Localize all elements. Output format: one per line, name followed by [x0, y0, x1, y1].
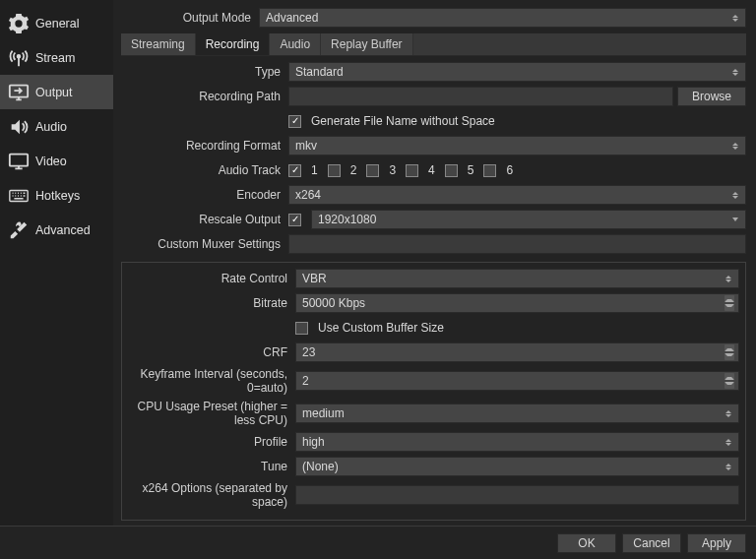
profile-select[interactable]: high: [295, 432, 739, 452]
gen-filename-checkbox[interactable]: [288, 115, 301, 128]
spinner-icon: [724, 294, 735, 312]
sidebar-item-advanced[interactable]: Advanced: [0, 213, 113, 247]
output-mode-select[interactable]: Advanced: [259, 8, 746, 28]
monitor-icon: [8, 151, 30, 172]
ok-button[interactable]: OK: [557, 533, 616, 553]
sidebar-item-stream[interactable]: Stream: [0, 40, 113, 75]
apply-button[interactable]: Apply: [687, 533, 746, 553]
x264opts-input[interactable]: [295, 485, 739, 505]
x264opts-label: x264 Options (separated by space): [128, 481, 295, 509]
sidebar-item-audio[interactable]: Audio: [0, 109, 113, 144]
output-tabs: Streaming Recording Audio Replay Buffer: [121, 33, 746, 56]
monitor-arrow-icon: [8, 82, 30, 103]
sidebar-item-output[interactable]: Output: [0, 75, 113, 109]
caret-icon: [729, 9, 741, 27]
crf-input[interactable]: 23: [295, 342, 739, 362]
spinner-icon: [724, 343, 735, 361]
sidebar-item-label: Hotkeys: [35, 189, 80, 203]
profile-label: Profile: [128, 435, 295, 449]
audio-track-label: Audio Track: [121, 163, 288, 177]
rescale-checkbox[interactable]: [288, 214, 301, 226]
custom-buffer-label: Use Custom Buffer Size: [318, 321, 444, 335]
antenna-icon: [8, 47, 30, 69]
caret-icon: [723, 270, 734, 287]
rate-control-select[interactable]: VBR: [295, 269, 739, 288]
type-select[interactable]: Standard: [288, 62, 746, 82]
keyint-input[interactable]: 2: [295, 371, 739, 391]
recording-format-label: Recording Format: [121, 139, 288, 153]
chevron-down-icon: [729, 211, 741, 228]
sidebar-item-label: General: [35, 17, 79, 31]
track-3-checkbox[interactable]: [366, 164, 379, 177]
rate-control-label: Rate Control: [128, 272, 295, 285]
recording-format-select[interactable]: mkv: [288, 136, 746, 155]
cpu-preset-label: CPU Usage Preset (higher = less CPU): [128, 400, 295, 427]
track-2-checkbox[interactable]: [328, 164, 341, 177]
sidebar-item-label: Video: [35, 155, 67, 168]
tune-select[interactable]: (None): [295, 457, 739, 476]
gear-icon: [8, 13, 30, 34]
dialog-footer: OK Cancel Apply: [0, 526, 756, 559]
track-5-checkbox[interactable]: [445, 164, 458, 177]
muxer-label: Custom Muxer Settings: [121, 237, 288, 251]
tools-icon: [8, 219, 30, 241]
rescale-label: Rescale Output: [121, 213, 288, 226]
sidebar-item-hotkeys[interactable]: Hotkeys: [0, 178, 113, 213]
sidebar-item-label: Stream: [35, 51, 75, 65]
encoder-label: Encoder: [121, 188, 288, 202]
settings-sidebar: General Stream Output Audio Video Hotkey…: [0, 0, 113, 526]
tab-recording[interactable]: Recording: [196, 33, 271, 55]
tab-audio[interactable]: Audio: [270, 33, 321, 55]
bitrate-input[interactable]: 50000 Kbps: [295, 293, 739, 313]
recording-path-input[interactable]: [288, 87, 673, 106]
caret-icon: [723, 433, 734, 451]
muxer-input[interactable]: [288, 234, 746, 254]
crf-label: CRF: [128, 345, 295, 359]
cpu-preset-select[interactable]: medium: [295, 404, 739, 423]
spinner-icon: [724, 372, 735, 390]
browse-button[interactable]: Browse: [677, 87, 746, 106]
settings-content: Output Mode Advanced Streaming Recording…: [113, 0, 756, 526]
sidebar-item-label: Advanced: [35, 223, 91, 237]
caret-icon: [723, 404, 734, 422]
sidebar-item-label: Audio: [35, 120, 67, 134]
caret-icon: [729, 137, 741, 155]
tab-streaming[interactable]: Streaming: [121, 33, 196, 55]
output-mode-label: Output Mode: [121, 11, 259, 25]
caret-icon: [729, 186, 741, 204]
custom-buffer-checkbox[interactable]: [295, 322, 308, 335]
encoder-select[interactable]: x264: [288, 185, 746, 205]
tune-label: Tune: [128, 460, 295, 473]
caret-icon: [729, 63, 741, 81]
rescale-select[interactable]: 1920x1080: [311, 210, 746, 229]
sidebar-item-general[interactable]: General: [0, 6, 113, 40]
track-6-checkbox[interactable]: [483, 164, 496, 177]
caret-icon: [723, 458, 734, 475]
type-label: Type: [121, 65, 288, 79]
bitrate-label: Bitrate: [128, 296, 295, 310]
sidebar-item-video[interactable]: Video: [0, 144, 113, 178]
svg-rect-2: [10, 154, 28, 165]
speaker-icon: [8, 116, 30, 138]
gen-filename-label: Generate File Name without Space: [311, 114, 495, 128]
sidebar-item-label: Output: [35, 86, 73, 99]
keyboard-icon: [8, 185, 30, 207]
track-1-checkbox[interactable]: [288, 164, 301, 177]
tab-replay-buffer[interactable]: Replay Buffer: [321, 33, 413, 55]
keyint-label: Keyframe Interval (seconds, 0=auto): [128, 367, 295, 395]
encoder-settings-panel: Rate Control VBR Bitrate 50000 Kbps Use …: [121, 262, 746, 521]
recording-path-label: Recording Path: [121, 90, 288, 103]
track-4-checkbox[interactable]: [406, 164, 418, 177]
cancel-button[interactable]: Cancel: [622, 533, 681, 553]
